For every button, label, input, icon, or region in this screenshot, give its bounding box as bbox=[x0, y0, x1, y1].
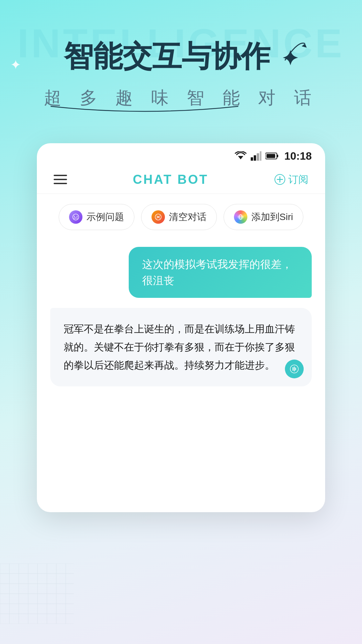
wifi-icon bbox=[235, 151, 247, 161]
bg-grid-bottom-left bbox=[0, 564, 74, 624]
svg-rect-38 bbox=[254, 155, 256, 161]
example-icon bbox=[69, 210, 82, 224]
main-title: 智能交互与协作 ✦ bbox=[64, 40, 298, 73]
svg-marker-35 bbox=[302, 44, 307, 48]
svg-point-50 bbox=[74, 217, 75, 218]
add-siri-button[interactable]: 添加到Siri bbox=[224, 204, 303, 230]
user-message-text: 这次的模拟考试我发挥的很差，很沮丧 bbox=[129, 247, 312, 298]
svg-point-49 bbox=[76, 216, 77, 217]
subscribe-button[interactable]: 订阅 bbox=[274, 173, 308, 186]
example-label: 示例问题 bbox=[86, 211, 124, 223]
chat-area: 这次的模拟考试我发挥的很差，很沮丧 冠军不是在拳台上诞生的，而是在训练场上用血汗… bbox=[37, 240, 325, 410]
svg-point-47 bbox=[73, 214, 79, 220]
status-time: 10:18 bbox=[284, 150, 312, 162]
signal-icon bbox=[251, 151, 261, 161]
audio-icon bbox=[290, 364, 299, 374]
subscribe-label: 订阅 bbox=[288, 173, 308, 186]
svg-point-48 bbox=[74, 216, 75, 217]
bot-message-text: 冠军不是在拳台上诞生的，而是在训练场上用血汗铸就的。关键不在于你打拳有多狠，而在… bbox=[50, 308, 312, 386]
bot-message-bubble: 冠军不是在拳台上诞生的，而是在训练场上用血汗铸就的。关键不在于你打拳有多狠，而在… bbox=[50, 308, 312, 386]
clear-chat-button[interactable]: 清空对话 bbox=[141, 204, 217, 230]
clear-icon bbox=[152, 210, 165, 224]
menu-button[interactable] bbox=[54, 175, 67, 184]
subscribe-icon bbox=[274, 174, 286, 185]
example-questions-button[interactable]: 示例问题 bbox=[59, 204, 134, 230]
quick-actions-bar: 示例问题 清空对话 添加到Siri bbox=[37, 194, 325, 240]
navbar: CHAT BOT 订阅 bbox=[37, 166, 325, 194]
svg-point-51 bbox=[75, 217, 76, 218]
svg-rect-43 bbox=[266, 154, 275, 158]
phone-mockup: 10:18 CHAT BOT 订阅 bbox=[37, 143, 325, 512]
status-bar: 10:18 bbox=[37, 143, 325, 166]
svg-rect-40 bbox=[260, 151, 261, 161]
subtitle-curve bbox=[44, 105, 245, 115]
svg-rect-39 bbox=[257, 153, 259, 161]
subtitle-container: 超 多 趣 味 智 能 对 话 bbox=[44, 86, 318, 110]
clear-label: 清空对话 bbox=[169, 211, 206, 223]
audio-play-button[interactable] bbox=[285, 360, 304, 378]
siri-icon bbox=[234, 210, 247, 224]
star-decoration: ✦ bbox=[282, 48, 298, 70]
status-icons bbox=[235, 151, 279, 161]
svg-marker-36 bbox=[238, 156, 243, 159]
svg-rect-42 bbox=[277, 155, 278, 157]
battery-icon bbox=[265, 152, 279, 160]
header-section: INTELLIGENCE 智能交互与协作 ✦ 超 多 趣 味 智 能 对 话 bbox=[0, 0, 362, 130]
user-message-bubble: 这次的模拟考试我发挥的很差，很沮丧 bbox=[50, 247, 312, 298]
app-title: CHAT BOT bbox=[133, 172, 208, 187]
svg-point-52 bbox=[76, 217, 77, 218]
svg-rect-37 bbox=[251, 157, 253, 161]
siri-label: 添加到Siri bbox=[251, 211, 293, 223]
